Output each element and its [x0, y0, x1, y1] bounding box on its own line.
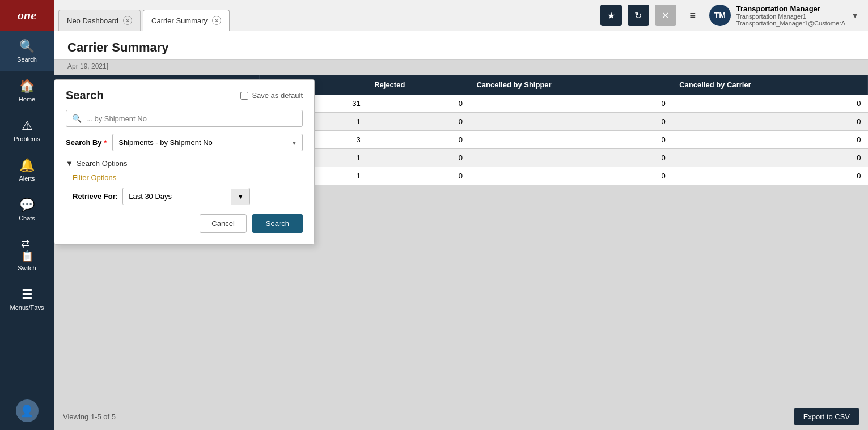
sidebar-item-chats-label: Chats [19, 215, 35, 222]
user-info: Transportation Manager Transportation Ma… [736, 5, 845, 27]
cell-rejected: 0 [367, 95, 469, 113]
menus-icon: ☰ [22, 287, 33, 302]
search-by-select-wrapper: Shipments - by Shipment No Shipments - b… [112, 134, 303, 151]
cancel-button[interactable]: Cancel [200, 214, 246, 233]
cell-cancelled-shipper: 0 [469, 149, 672, 167]
search-by-label: Search By * [66, 138, 107, 147]
retrieve-for-row: Retrieve For: ▼ [73, 188, 303, 205]
cell-cancelled-carrier: 0 [672, 149, 868, 167]
chats-icon: 💬 [19, 198, 35, 212]
search-options-label: Search Options [77, 159, 128, 168]
export-csv-button[interactable]: Export to CSV [794, 408, 859, 425]
switch-icon: ⇄📋 [21, 237, 33, 262]
retrieve-for-input[interactable] [123, 188, 231, 205]
page-title: Carrier Summary [67, 40, 854, 55]
tab-carrier-summary[interactable]: Carrier Summary ✕ [143, 10, 230, 31]
save-default-label: Save as default [252, 91, 303, 100]
search-options-toggle[interactable]: ▼ Search Options [66, 159, 303, 168]
user-role: Transportation Manager1 [736, 13, 845, 20]
col-header-cancelled-shipper: Cancelled by Shipper [469, 75, 672, 95]
sidebar-item-chats[interactable]: 💬 Chats [0, 190, 54, 229]
cell-rejected: 0 [367, 131, 469, 149]
sidebar-item-problems[interactable]: ⚠ Problems [0, 110, 54, 150]
tabs-area: Neo Dashboard ✕ Carrier Summary ✕ [54, 0, 591, 31]
sidebar-item-alerts-label: Alerts [19, 175, 35, 182]
cell-cancelled-carrier: 0 [672, 131, 868, 149]
search-panel-header: Search Save as default [66, 89, 303, 102]
tab-carrier-summary-label: Carrier Summary [151, 16, 208, 25]
col-header-rejected: Rejected [367, 75, 469, 95]
search-button[interactable]: Search [252, 214, 303, 233]
tab-neo-dashboard-label: Neo Dashboard [67, 16, 118, 25]
search-input[interactable] [86, 114, 297, 123]
cell-rejected: 0 [367, 149, 469, 167]
logo-text: one [18, 8, 36, 23]
search-options-section: ▼ Search Options Filter Options Retrieve… [66, 159, 303, 205]
content-area: Carrier Summary Apr 19, 2021] Tendered A… [54, 31, 868, 430]
search-by-select[interactable]: Shipments - by Shipment No Shipments - b… [112, 134, 303, 151]
save-default-area: Save as default [240, 91, 303, 100]
top-bar: one Neo Dashboard ✕ Carrier Summary ✕ ★ … [0, 0, 868, 31]
problems-icon: ⚠ [22, 118, 33, 133]
alerts-icon: 🔔 [19, 158, 35, 173]
sidebar-item-switch-label: Switch [18, 265, 36, 271]
page-header: Carrier Summary [54, 31, 868, 60]
sidebar-item-search-label: Search [17, 56, 37, 63]
search-panel-title: Search [66, 89, 104, 102]
cell-cancelled-shipper: 0 [469, 131, 672, 149]
logo[interactable]: one [0, 0, 54, 31]
home-icon: 🏠 [19, 79, 35, 93]
search-icon: 🔍 [19, 39, 35, 54]
sidebar-item-menus-label: Menus/Favs [10, 304, 44, 311]
required-star: * [104, 138, 107, 147]
save-default-checkbox[interactable] [240, 92, 248, 100]
hamburger-button[interactable]: ≡ [682, 5, 704, 26]
viewing-text: Viewing 1-5 of 5 [63, 412, 116, 421]
cell-cancelled-shipper: 0 [469, 95, 672, 113]
search-panel: Search Save as default 🔍 Search By * Shi… [54, 79, 315, 245]
tab-neo-dashboard[interactable]: Neo Dashboard ✕ [58, 10, 141, 31]
star-button[interactable]: ★ [600, 5, 622, 26]
retrieve-for-label: Retrieve For: [73, 192, 118, 201]
panel-actions: Cancel Search [66, 214, 303, 233]
sidebar-user-avatar[interactable]: 👤 [0, 391, 54, 430]
cell-cancelled-carrier: 0 [672, 113, 868, 131]
user-email: Transportation_Manager1@CustomerA [736, 20, 845, 27]
sidebar-avatar-icon: 👤 [16, 399, 39, 422]
sidebar-item-alerts[interactable]: 🔔 Alerts [0, 150, 54, 190]
sidebar-item-search[interactable]: 🔍 Search [0, 31, 54, 71]
search-input-icon: 🔍 [72, 114, 82, 123]
search-options-chevron: ▼ [66, 159, 73, 168]
sidebar-item-menus[interactable]: ☰ Menus/Favs [0, 279, 54, 319]
retrieve-dropdown-button[interactable]: ▼ [231, 189, 249, 205]
tab-neo-dashboard-close[interactable]: ✕ [123, 16, 132, 25]
sidebar-item-home-label: Home [19, 96, 35, 103]
cell-rejected: 0 [367, 113, 469, 131]
filter-options-link[interactable]: Filter Options [73, 173, 303, 182]
tab-carrier-summary-close[interactable]: ✕ [212, 16, 221, 25]
cell-cancelled-shipper: 0 [469, 167, 672, 185]
sidebar: 🔍 Search 🏠 Home ⚠ Problems 🔔 Alerts 💬 Ch… [0, 31, 54, 430]
table-footer: Viewing 1-5 of 5 Export to CSV [54, 403, 868, 430]
sidebar-item-switch[interactable]: ⇄📋 Switch [0, 229, 54, 279]
top-right-area: ★ ↻ ✕ ≡ TM Transportation Manager Transp… [591, 5, 868, 27]
cell-cancelled-carrier: 0 [672, 167, 868, 185]
search-input-row: 🔍 [66, 110, 303, 127]
user-name: Transportation Manager [736, 5, 845, 13]
col-header-cancelled-carrier: Cancelled by Carrier [672, 75, 868, 95]
user-dropdown-arrow[interactable]: ▼ [851, 11, 859, 20]
search-by-row: Search By * Shipments - by Shipment No S… [66, 134, 303, 151]
sidebar-bottom: 👤 [0, 391, 54, 430]
main-layout: 🔍 Search 🏠 Home ⚠ Problems 🔔 Alerts 💬 Ch… [0, 31, 868, 430]
user-avatar: TM [709, 5, 731, 26]
retrieve-select-wrapper: ▼ [122, 188, 250, 205]
close-button[interactable]: ✕ [655, 5, 676, 26]
cell-rejected: 0 [367, 167, 469, 185]
date-range-text: Apr 19, 2021] [54, 60, 868, 75]
sidebar-item-problems-label: Problems [14, 135, 40, 142]
refresh-button[interactable]: ↻ [628, 5, 649, 26]
cell-cancelled-carrier: 0 [672, 95, 868, 113]
sidebar-item-home[interactable]: 🏠 Home [0, 71, 54, 110]
cell-cancelled-shipper: 0 [469, 113, 672, 131]
